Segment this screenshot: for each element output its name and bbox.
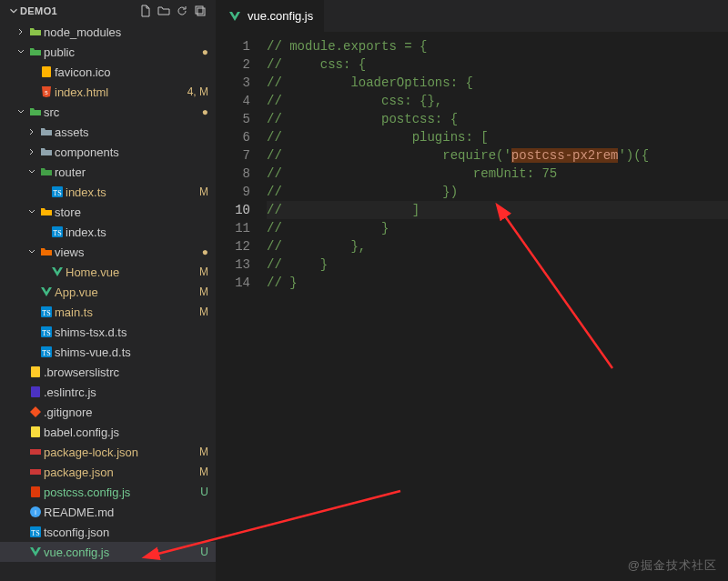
- code-area[interactable]: // module.exports = {// css: {// loaderO…: [267, 37, 728, 581]
- chevron-down-icon[interactable]: [25, 247, 38, 256]
- git-status-badge: M: [196, 466, 208, 478]
- tree-item-vue-config-js[interactable]: vue.config.jsU: [0, 542, 216, 562]
- file-explorer: DEMO1 node_modulespublic●favicon.ico5ind…: [0, 0, 217, 581]
- vue-icon: [49, 265, 66, 279]
- new-folder-icon[interactable]: [156, 3, 172, 19]
- tree-item-label: index.html: [55, 85, 184, 99]
- tree-item-store[interactable]: store: [0, 202, 216, 222]
- git-status-badge: M: [196, 306, 208, 318]
- line-number: 10: [217, 201, 250, 219]
- modified-dot-icon: ●: [198, 245, 208, 258]
- ts-icon: TS: [49, 225, 66, 239]
- npm-icon: [27, 465, 44, 479]
- code-line[interactable]: // }): [267, 183, 728, 201]
- tree-item-postcss-config-js[interactable]: postcss.config.jsU: [0, 482, 216, 502]
- code-line[interactable]: // },: [267, 237, 728, 255]
- tree-item-shims-tsx-d-ts[interactable]: TSshims-tsx.d.ts: [0, 322, 216, 342]
- tree-item-public[interactable]: public●: [0, 42, 216, 62]
- tree-item-label: README.md: [44, 506, 208, 519]
- tree-item-label: main.ts: [55, 306, 196, 319]
- tree-item-home-vue[interactable]: Home.vueM: [0, 262, 216, 282]
- svg-rect-17: [30, 449, 41, 455]
- line-number: 6: [217, 128, 250, 146]
- tree-item-app-vue[interactable]: App.vueM: [0, 282, 216, 302]
- tree-item-label: src: [44, 105, 198, 119]
- svg-rect-1: [197, 8, 205, 15]
- line-number: 3: [217, 74, 250, 92]
- tree-item-router[interactable]: router: [0, 162, 216, 182]
- tree-item-shims-vue-d-ts[interactable]: TSshims-vue.d.ts: [0, 342, 216, 362]
- tree-item-main-ts[interactable]: TSmain.tsM: [0, 302, 216, 322]
- code-line[interactable]: // }: [267, 274, 728, 292]
- code-line[interactable]: // require('postcss-px2rem')({: [267, 146, 728, 165]
- svg-text:TS: TS: [42, 329, 50, 337]
- tree-item--eslintrc-js[interactable]: .eslintrc.js: [0, 382, 216, 402]
- folder-src-icon: [27, 105, 44, 119]
- tree-item-readme-md[interactable]: iREADME.md: [0, 502, 216, 522]
- code-line[interactable]: // css: {: [267, 55, 728, 74]
- collapse-all-icon[interactable]: [192, 3, 208, 19]
- code-line[interactable]: // }: [267, 255, 728, 274]
- explorer-title: DEMO1: [20, 5, 137, 16]
- code-line[interactable]: // plugins: [: [267, 128, 728, 146]
- tree-item-label: App.vue: [55, 285, 196, 299]
- tree-item-index-ts[interactable]: TSindex.tsM: [0, 182, 216, 202]
- code-editor[interactable]: 1234567891011121314 // module.exports = …: [217, 32, 728, 581]
- chevron-down-icon[interactable]: [7, 4, 20, 18]
- tree-item--gitignore[interactable]: .gitignore: [0, 402, 216, 422]
- svg-rect-18: [30, 469, 41, 475]
- ts-icon: TS: [38, 325, 55, 339]
- code-line[interactable]: // loaderOptions: {: [267, 74, 728, 92]
- tree-item-package-json[interactable]: package.jsonM: [0, 462, 216, 482]
- tree-item-node-modules[interactable]: node_modules: [0, 22, 216, 42]
- tree-item-babel-config-js[interactable]: babel.config.js: [0, 422, 216, 442]
- git-icon: [27, 405, 44, 419]
- code-line[interactable]: // }: [267, 219, 728, 237]
- tab-label: vue.config.js: [248, 9, 313, 23]
- code-line[interactable]: // module.exports = {: [267, 37, 728, 55]
- code-line[interactable]: // postcss: {: [267, 110, 728, 128]
- tree-item-label: package-lock.json: [44, 446, 196, 459]
- code-line[interactable]: // css: {},: [267, 92, 728, 110]
- tree-item-label: shims-vue.d.ts: [55, 346, 208, 359]
- tree-item-favicon-ico[interactable]: favicon.ico: [0, 62, 216, 82]
- favicon-icon: [38, 65, 55, 79]
- refresh-icon[interactable]: [174, 3, 190, 19]
- explorer-header: DEMO1: [0, 0, 216, 22]
- tree-item--browserslistrc[interactable]: .browserslistrc: [0, 362, 216, 382]
- browserslist-icon: [27, 365, 44, 379]
- chevron-down-icon[interactable]: [25, 167, 38, 176]
- tree-item-components[interactable]: components: [0, 142, 216, 162]
- tab-vue-config[interactable]: vue.config.js: [217, 0, 325, 32]
- tree-item-label: components: [55, 145, 208, 159]
- code-line[interactable]: // remUnit: 75: [267, 165, 728, 183]
- code-line[interactable]: // ]: [267, 201, 728, 219]
- tree-item-label: index.ts: [66, 225, 208, 239]
- svg-text:TS: TS: [53, 189, 61, 197]
- watermark: @掘金技术社区: [628, 557, 717, 574]
- chevron-down-icon[interactable]: [15, 47, 27, 56]
- new-file-icon[interactable]: [137, 3, 154, 19]
- svg-rect-0: [196, 6, 203, 14]
- tree-item-index-html[interactable]: 5index.html4, M: [0, 82, 216, 102]
- tree-item-label: package.json: [44, 466, 196, 479]
- tree-item-src[interactable]: src●: [0, 102, 216, 122]
- chevron-down-icon[interactable]: [25, 207, 38, 216]
- chevron-down-icon[interactable]: [15, 107, 27, 116]
- git-status-badge: M: [196, 185, 208, 198]
- tree-item-assets[interactable]: assets: [0, 122, 216, 142]
- tree-item-views[interactable]: views●: [0, 242, 216, 262]
- line-number: 4: [217, 92, 250, 110]
- git-status-badge: M: [196, 446, 208, 458]
- line-number: 13: [217, 255, 250, 274]
- chevron-right-icon[interactable]: [25, 147, 38, 156]
- tree-item-package-lock-json[interactable]: package-lock.jsonM: [0, 442, 216, 462]
- git-status-badge: M: [196, 265, 208, 278]
- chevron-right-icon[interactable]: [15, 27, 27, 36]
- ts-icon: TS: [49, 185, 66, 199]
- svg-rect-2: [42, 66, 51, 77]
- svg-text:TS: TS: [42, 349, 50, 357]
- tree-item-tsconfig-json[interactable]: TStsconfig.json: [0, 522, 216, 542]
- tree-item-index-ts[interactable]: TSindex.ts: [0, 222, 216, 242]
- chevron-right-icon[interactable]: [25, 127, 38, 136]
